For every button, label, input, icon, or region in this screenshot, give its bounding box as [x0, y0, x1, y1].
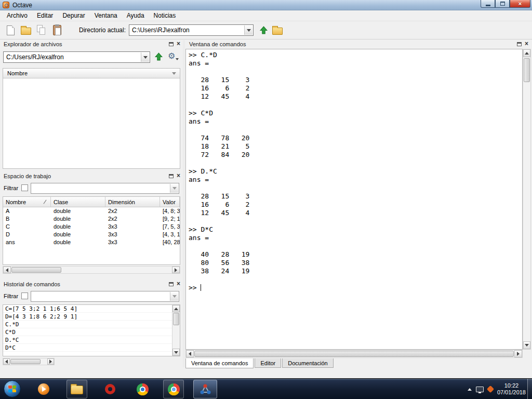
- command-window-vertical-scrollbar[interactable]: [523, 49, 531, 350]
- command-window-content[interactable]: >> C.*Dans = 28 15 3 16 6 2 12 45 4>> C*…: [185, 49, 523, 350]
- taskbar-item-media-player[interactable]: [33, 380, 54, 398]
- variable-dimension: 3x3: [105, 223, 160, 231]
- combo-dropdown-button[interactable]: [170, 292, 178, 301]
- history-horizontal-scrollbar[interactable]: [3, 358, 55, 365]
- scroll-left-button[interactable]: [3, 358, 10, 365]
- workspace-horizontal-scrollbar[interactable]: [3, 266, 180, 274]
- filter-icon[interactable]: [172, 72, 176, 75]
- workspace-row[interactable]: ans double 3x3 [40, 28, 1: [3, 238, 180, 246]
- start-button[interactable]: [4, 380, 21, 397]
- open-file-button[interactable]: [19, 23, 33, 37]
- directory-up-button[interactable]: [257, 23, 270, 37]
- network-icon[interactable]: [476, 387, 484, 392]
- taskbar-item-chrome[interactable]: [132, 380, 153, 398]
- tab-documentation[interactable]: Documentación: [282, 358, 333, 368]
- history-item[interactable]: D*C: [3, 344, 172, 352]
- undock-icon[interactable]: [169, 174, 174, 178]
- new-script-button[interactable]: [3, 23, 18, 37]
- command-window-horizontal-scrollbar[interactable]: [185, 350, 523, 358]
- menu-item[interactable]: Editar: [32, 10, 58, 21]
- explorer-path-combo[interactable]: C:/Users/RJ/exalfron: [3, 51, 150, 63]
- workspace-row[interactable]: D double 3x3 [4, 3, 1; 8: [3, 231, 180, 238]
- copy-button[interactable]: [34, 23, 49, 37]
- scroll-right-button[interactable]: [47, 358, 54, 365]
- history-item[interactable]: C.*D: [3, 321, 172, 328]
- filter-combo[interactable]: [31, 183, 179, 194]
- explorer-up-button[interactable]: [154, 52, 163, 63]
- combo-dropdown-button[interactable]: [170, 184, 178, 193]
- undock-icon[interactable]: [517, 42, 522, 46]
- file-list-header[interactable]: Nombre: [3, 69, 180, 78]
- tab-command-window[interactable]: Ventana de comandos: [185, 358, 254, 368]
- scroll-right-button[interactable]: [172, 267, 180, 273]
- tray-expand-icon[interactable]: [468, 388, 472, 391]
- name-column-header[interactable]: Nombre: [7, 70, 28, 76]
- folder-icon: [71, 385, 83, 394]
- tray-app-icon[interactable]: [487, 385, 494, 393]
- workspace-row[interactable]: A double 2x2 [4, 8; 3, 5: [3, 207, 180, 215]
- scroll-thumb[interactable]: [524, 58, 530, 82]
- current-directory-combo[interactable]: C:\Users\RJ\exalfron: [129, 24, 254, 36]
- history-item[interactable]: D=[4 3 1;8 6 2;2 9 1]: [3, 313, 172, 321]
- history-item[interactable]: D.*C: [3, 336, 172, 344]
- filter-checkbox[interactable]: [21, 184, 28, 191]
- show-desktop-button[interactable]: [527, 379, 532, 399]
- gear-icon[interactable]: ⚙: [168, 52, 175, 60]
- filter-checkbox[interactable]: [21, 292, 28, 299]
- taskbar-item-opera[interactable]: [100, 380, 121, 398]
- file-list[interactable]: Nombre: [3, 68, 180, 169]
- scroll-up-button[interactable]: [523, 49, 530, 57]
- close-panel-icon[interactable]: ×: [177, 282, 180, 286]
- scroll-left-button[interactable]: [3, 267, 11, 273]
- variable-class: double: [51, 207, 105, 215]
- command-output-line: [189, 184, 522, 192]
- undock-icon[interactable]: [169, 42, 174, 46]
- history-vertical-scrollbar[interactable]: [172, 305, 180, 356]
- scroll-up-button[interactable]: [172, 305, 180, 312]
- scroll-down-button[interactable]: [523, 341, 530, 349]
- scroll-down-button[interactable]: [172, 349, 180, 356]
- scroll-thumb[interactable]: [10, 359, 41, 364]
- menu-item[interactable]: Archivo: [2, 10, 32, 21]
- variable-value: [4, 8; 3, 5: [160, 207, 180, 215]
- browse-directory-button[interactable]: [270, 23, 285, 37]
- maximize-button[interactable]: [495, 0, 510, 8]
- close-panel-icon[interactable]: ×: [177, 42, 180, 46]
- menu-item[interactable]: Depurar: [58, 10, 89, 21]
- column-header[interactable]: Valor: [160, 197, 180, 207]
- scroll-left-button[interactable]: [186, 350, 194, 357]
- workspace-row[interactable]: C double 3x3 [7, 5, 3; 2: [3, 223, 180, 231]
- combo-dropdown-button[interactable]: [244, 25, 252, 35]
- command-output-line: 16 6 2: [189, 84, 522, 92]
- scroll-thumb[interactable]: [173, 313, 179, 325]
- menu-item[interactable]: Ventana: [90, 10, 122, 21]
- taskbar-item-explorer[interactable]: [66, 380, 87, 398]
- column-header[interactable]: Dimensión: [105, 197, 160, 207]
- column-header[interactable]: Clase: [51, 197, 105, 207]
- taskbar-clock[interactable]: 10:22 07/01/2018: [497, 382, 526, 396]
- undock-icon[interactable]: [169, 282, 174, 286]
- command-output-line: [189, 126, 522, 134]
- tab-editor[interactable]: Editor: [255, 358, 281, 368]
- history-item[interactable]: C*D: [3, 328, 172, 336]
- close-panel-icon[interactable]: ×: [525, 42, 528, 46]
- history-item[interactable]: C=[7 5 3;2 1 1;6 5 4]: [3, 305, 172, 313]
- variable-class: double: [51, 215, 105, 223]
- menu-item[interactable]: Noticias: [149, 10, 181, 21]
- workspace-row[interactable]: B double 2x2 [9, 2; 1, 6: [3, 215, 180, 223]
- close-panel-icon[interactable]: ×: [177, 174, 180, 178]
- combo-dropdown-button[interactable]: [141, 52, 149, 62]
- prompt-text: >>: [189, 284, 201, 291]
- paste-button[interactable]: [50, 23, 64, 37]
- taskbar-item-octave[interactable]: [193, 380, 217, 398]
- scroll-right-button[interactable]: [514, 350, 522, 357]
- filter-combo[interactable]: [31, 291, 179, 302]
- close-button[interactable]: ×: [510, 0, 530, 8]
- taskbar-item-chrome-2[interactable]: [163, 380, 184, 398]
- menu-item[interactable]: Ayuda: [122, 10, 149, 21]
- minimize-button[interactable]: [481, 0, 495, 8]
- scroll-thumb[interactable]: [11, 267, 61, 273]
- variable-dimension: 2x2: [105, 207, 160, 215]
- scroll-thumb[interactable]: [194, 351, 514, 357]
- media-player-icon: [38, 383, 49, 395]
